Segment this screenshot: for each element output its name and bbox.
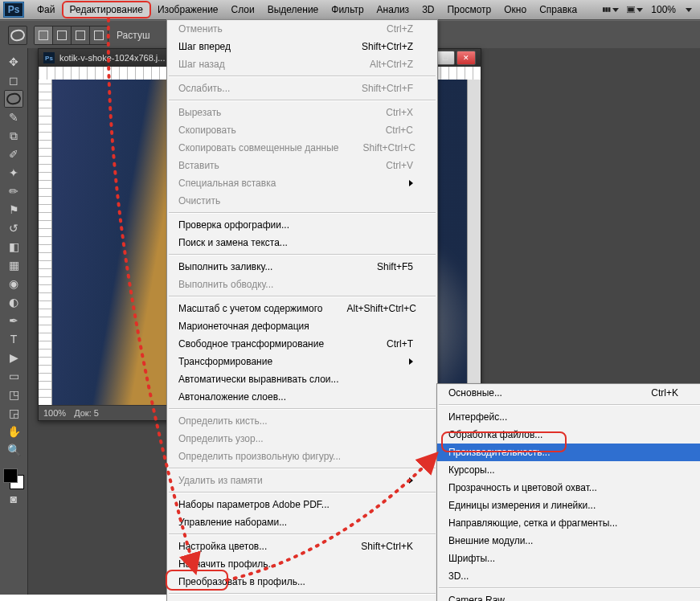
menu-select[interactable]: Выделение: [261, 2, 325, 18]
menu-layers[interactable]: Слои: [225, 2, 261, 18]
menu-paste-special[interactable]: Специальная вставка: [167, 174, 437, 192]
menu-define-shape[interactable]: Определить произвольную фигуру...: [167, 448, 437, 465]
menu-purge[interactable]: Удалить из памяти: [167, 472, 437, 489]
foreground-swatch[interactable]: [3, 468, 18, 483]
eraser-tool[interactable]: ◧: [4, 238, 23, 256]
menu-auto-align[interactable]: Автоматически выравнивать слои...: [167, 370, 437, 388]
prefs-units[interactable]: Единицы измерения и линейки...: [437, 497, 700, 514]
menu-file[interactable]: Фай: [31, 2, 62, 18]
3d-tool[interactable]: ◳: [4, 386, 23, 403]
menu-filter[interactable]: Фильтр: [325, 2, 370, 18]
menu-3d[interactable]: 3D: [415, 2, 440, 18]
scrollbar-vertical[interactable]: [467, 80, 481, 406]
selection-intersect[interactable]: [90, 27, 108, 44]
zoom-tool[interactable]: 🔍: [4, 441, 23, 459]
menu-step-backward[interactable]: Шаг назадAlt+Ctrl+Z: [167, 55, 437, 73]
marquee-tool[interactable]: ◻: [4, 72, 23, 89]
app-logo: Ps: [3, 2, 24, 18]
quick-select-tool[interactable]: ✎: [4, 108, 23, 126]
menu-presets[interactable]: Управление наборами...: [167, 513, 437, 531]
menu-shortcuts[interactable]: Клавиатурные сокращения...Alt+Shift+Ctrl…: [167, 597, 437, 601]
menu-window[interactable]: Окно: [497, 2, 533, 18]
prefs-performance[interactable]: Производительность...: [437, 444, 700, 461]
prefs-3d[interactable]: 3D...: [437, 567, 700, 585]
menu-fill[interactable]: Выполнить заливку...Shift+F5: [167, 258, 437, 276]
svg-rect-0: [603, 7, 605, 12]
menu-help[interactable]: Справка: [533, 2, 583, 18]
menu-clear[interactable]: Очистить: [167, 192, 437, 210]
preferences-submenu: Основные...Ctrl+K Интерфейс... Обработка…: [436, 383, 700, 601]
window-close[interactable]: ✕: [456, 51, 476, 65]
3d-camera-tool[interactable]: ◲: [4, 404, 23, 422]
prefs-plugins[interactable]: Внешние модули...: [437, 532, 700, 550]
menu-copy[interactable]: СкопироватьCtrl+C: [167, 121, 437, 139]
color-swatches[interactable]: [3, 468, 24, 489]
menu-paste[interactable]: ВставитьCtrl+V: [167, 157, 437, 174]
prefs-transparency[interactable]: Прозрачность и цветовой охват...: [437, 479, 700, 497]
window-maximize[interactable]: ☐: [436, 51, 455, 65]
eyedropper-tool[interactable]: ✐: [4, 145, 23, 163]
dodge-tool[interactable]: ◐: [4, 293, 23, 311]
gradient-tool[interactable]: ▦: [4, 256, 23, 274]
heal-tool[interactable]: ✦: [4, 164, 23, 182]
selection-add[interactable]: [53, 27, 72, 44]
menu-free-transform[interactable]: Свободное трансформированиеCtrl+T: [167, 335, 437, 353]
menu-pdf-presets[interactable]: Наборы параметров Adobe PDF...: [167, 496, 437, 513]
menu-puppet-warp[interactable]: Марионеточная деформация: [167, 317, 437, 335]
prefs-camera-raw[interactable]: Camera Raw...: [437, 591, 700, 601]
edit-dropdown: ОтменитьCtrl+Z Шаг впередShift+Ctrl+Z Ша…: [166, 19, 438, 601]
zoom-level[interactable]: 100%: [651, 4, 676, 15]
menu-content-aware-scale[interactable]: Масштаб с учетом содержимогоAlt+Shift+Ct…: [167, 300, 437, 317]
screenmode-icon[interactable]: [627, 3, 643, 16]
menu-copy-merged[interactable]: Скопировать совмещенные данныеShift+Ctrl…: [167, 139, 437, 157]
history-brush-tool[interactable]: ↺: [4, 219, 23, 237]
lasso-tool[interactable]: [4, 90, 23, 108]
menu-fade[interactable]: Ослабить...Shift+Ctrl+F: [167, 80, 437, 97]
type-tool[interactable]: T: [4, 330, 23, 348]
menu-stroke[interactable]: Выполнить обводку...: [167, 276, 437, 293]
active-tool-icon[interactable]: [8, 26, 27, 45]
selection-subtract[interactable]: [72, 27, 90, 44]
move-tool[interactable]: ✥: [4, 53, 23, 71]
switcher-icon[interactable]: [603, 3, 619, 16]
stamp-tool[interactable]: ⚑: [4, 201, 23, 219]
crop-tool[interactable]: ⧉: [4, 127, 23, 145]
document-title: kotik-v-shoke-1024x768.j...: [59, 53, 165, 63]
prefs-interface[interactable]: Интерфейс...: [437, 408, 700, 426]
prefs-cursors[interactable]: Курсоры...: [437, 461, 700, 479]
menubar: Ps Фай Редактирование Изображение Слои В…: [0, 0, 700, 20]
menu-image[interactable]: Изображение: [151, 2, 225, 18]
quickmask-toggle[interactable]: ◙: [4, 490, 23, 508]
menu-spelling[interactable]: Проверка орфографии...: [167, 216, 437, 234]
menu-find-replace[interactable]: Поиск и замена текста...: [167, 234, 437, 251]
menu-define-brush[interactable]: Определить кисть...: [167, 412, 437, 430]
selection-mode-group: [34, 26, 108, 45]
pen-tool[interactable]: ✒: [4, 312, 23, 329]
brush-tool[interactable]: ✏: [4, 182, 23, 200]
menu-undo[interactable]: ОтменитьCtrl+Z: [167, 20, 437, 38]
path-select-tool[interactable]: ▶: [4, 349, 23, 366]
menu-define-pattern[interactable]: Определить узор...: [167, 430, 437, 448]
ruler-vertical[interactable]: [39, 80, 52, 406]
menu-cut[interactable]: ВырезатьCtrl+X: [167, 104, 437, 121]
menu-edit[interactable]: Редактирование: [62, 1, 151, 18]
menu-view[interactable]: Просмотр: [440, 2, 497, 18]
prefs-guides[interactable]: Направляющие, сетка и фрагменты...: [437, 514, 700, 532]
menu-step-forward[interactable]: Шаг впередShift+Ctrl+Z: [167, 38, 437, 55]
shape-tool[interactable]: ▭: [4, 367, 23, 385]
ps-file-icon: Ps: [43, 52, 55, 63]
selection-new[interactable]: [35, 27, 53, 44]
prefs-file-handling[interactable]: Обработка файлов...: [437, 426, 700, 444]
menu-assign-profile[interactable]: Назначить профиль...: [167, 555, 437, 573]
status-zoom: 100%: [43, 408, 66, 418]
svg-rect-1: [606, 7, 608, 12]
menu-color-settings[interactable]: Настройка цветов...Shift+Ctrl+K: [167, 538, 437, 555]
menu-convert-profile[interactable]: Преобразовать в профиль...: [167, 573, 437, 591]
hand-tool[interactable]: ✋: [4, 423, 23, 440]
prefs-general[interactable]: Основные...Ctrl+K: [437, 384, 700, 402]
menu-transform[interactable]: Трансформирование: [167, 353, 437, 370]
blur-tool[interactable]: ◉: [4, 275, 23, 292]
menu-analysis[interactable]: Анализ: [370, 2, 416, 18]
menu-auto-blend[interactable]: Автоналожение слоев...: [167, 388, 437, 406]
prefs-type[interactable]: Шрифты...: [437, 550, 700, 567]
